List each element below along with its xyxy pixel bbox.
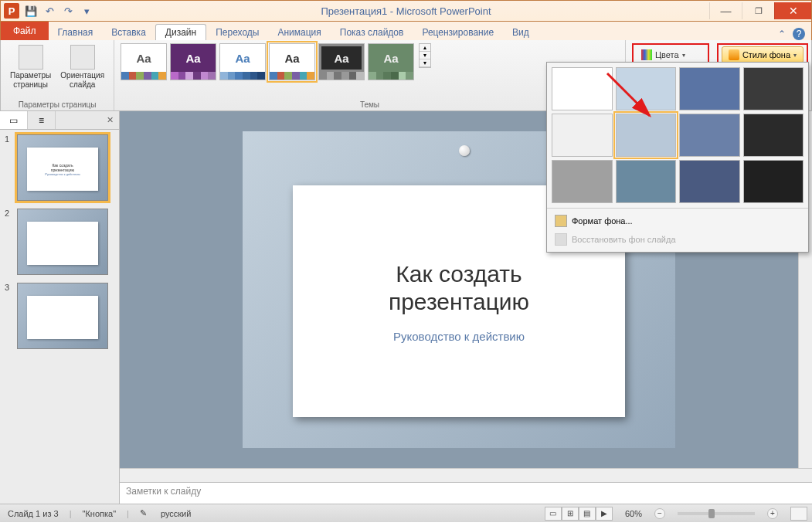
reading-view-button[interactable]: ▤ (579, 507, 596, 521)
theme-swatch[interactable]: Aa (219, 43, 266, 80)
sorter-view-button[interactable]: ⊞ (562, 507, 579, 521)
chevron-down-icon: ▾ (682, 52, 685, 59)
slideshow-view-button[interactable]: ▶ (596, 507, 613, 521)
colors-icon (641, 49, 652, 60)
notes-area[interactable]: Заметки к слайду (120, 482, 812, 504)
orientation-icon (70, 45, 95, 70)
thumb-number: 3 (5, 283, 14, 292)
format-bg-icon (555, 215, 567, 227)
zoom-in-button[interactable]: + (767, 508, 778, 519)
statusbar: Слайд 1 из 3 | "Кнопка" | ✎ русский ▭ ⊞ … (0, 504, 812, 522)
orientation-label: Ориентация слайда (60, 71, 104, 90)
tab-animation[interactable]: Анимация (268, 25, 330, 40)
collapse-ribbon-button[interactable]: ⌃ (776, 28, 788, 40)
outline-tab[interactable]: ≡ (28, 111, 56, 129)
zoom-thumb[interactable] (708, 509, 715, 518)
normal-view-button[interactable]: ▭ (545, 507, 562, 521)
format-bg-button[interactable]: Формат фона... (547, 212, 808, 230)
slide-panel: ▭ ≡ ✕ 1Как создатьпрезентациюРуководство… (0, 111, 120, 504)
pushpin-icon (459, 145, 470, 156)
theme-swatch[interactable]: Aa (318, 43, 365, 80)
tab-review[interactable]: Рецензирование (413, 25, 503, 40)
thumb-number: 1 (5, 134, 14, 144)
colors-label: Цвета (655, 50, 679, 59)
theme-swatch[interactable]: Aa (368, 43, 414, 80)
bg-swatch[interactable] (679, 114, 740, 157)
slide-subtitle[interactable]: Руководство к действию (393, 330, 525, 343)
theme-swatch[interactable]: Aa (269, 43, 315, 80)
bg-swatch[interactable] (616, 160, 677, 203)
view-buttons: ▭ ⊞ ▤ ▶ (545, 507, 613, 521)
slide-title[interactable]: Как создатьпрезентацию (389, 260, 529, 316)
ribbon-help: ⌃ ? (776, 28, 811, 40)
restore-bg-button: Восстановить фон слайда (547, 230, 808, 249)
save-button[interactable]: 💾 (22, 2, 39, 19)
tab-home[interactable]: Главная (49, 25, 103, 40)
bg-swatch[interactable] (743, 114, 804, 157)
bg-swatch[interactable] (552, 160, 613, 203)
theme-name: "Кнопка" (80, 509, 120, 518)
restore-bg-icon (555, 233, 567, 246)
thumbnail-list: 1Как создатьпрезентациюРуководство к дей… (0, 130, 119, 504)
theme-swatch[interactable]: Aa (121, 43, 167, 80)
format-bg-label: Формат фона... (572, 216, 633, 226)
close-button[interactable]: ✕ (774, 2, 811, 19)
bg-styles-icon (729, 49, 739, 60)
bg-swatch[interactable] (616, 114, 677, 157)
bg-swatch-grid (547, 63, 808, 208)
maximize-button[interactable]: ❐ (742, 2, 774, 19)
bg-swatch[interactable] (743, 160, 804, 203)
tab-insert[interactable]: Вставка (102, 25, 155, 40)
quick-access-toolbar: 💾 ↶ ↷ ▾ (22, 2, 95, 19)
slides-tab[interactable]: ▭ (0, 111, 28, 129)
redo-button[interactable]: ↷ (59, 2, 76, 19)
thumb-number: 2 (5, 209, 14, 218)
slide-thumbnail[interactable] (17, 283, 108, 349)
slide-thumbnail[interactable] (17, 209, 108, 275)
group-label-themes: Темы (121, 99, 619, 109)
undo-button[interactable]: ↶ (41, 2, 58, 19)
group-page-params: Параметры страницы Ориентация слайда Пар… (1, 40, 114, 110)
horizontal-scrollbar[interactable] (120, 468, 812, 482)
app-icon: P (4, 3, 19, 19)
fit-to-window-button[interactable] (790, 507, 807, 521)
restore-bg-label: Восстановить фон слайда (572, 235, 676, 244)
bg-styles-label: Стили фона (742, 50, 790, 59)
bg-swatch[interactable] (552, 114, 613, 157)
slide-thumbnail[interactable]: Как создатьпрезентациюРуководство к дейс… (17, 134, 108, 201)
orientation-button[interactable]: Ориентация слайда (57, 43, 107, 91)
file-tab[interactable]: Файл (1, 22, 49, 40)
theme-swatch[interactable]: Aa (170, 43, 216, 80)
bg-styles-button[interactable]: Стили фона ▾ (722, 46, 804, 63)
help-button[interactable]: ? (793, 28, 805, 40)
window-title: Презентация1 - Microsoft PowerPoint (1, 5, 811, 17)
tab-transitions[interactable]: Переходы (206, 25, 268, 40)
tab-slideshow[interactable]: Показ слайдов (331, 25, 413, 40)
window-controls: — ❐ ✕ (709, 2, 811, 19)
bg-swatch[interactable] (679, 160, 740, 203)
bg-swatch[interactable] (616, 67, 677, 110)
spellcheck-icon[interactable]: ✎ (137, 508, 150, 518)
minimize-button[interactable]: — (709, 2, 742, 19)
bg-swatch[interactable] (743, 67, 804, 110)
bg-swatch[interactable] (552, 67, 613, 110)
zoom-slider[interactable] (678, 512, 755, 515)
theme-scroll[interactable]: ▴▾▾ (419, 43, 431, 68)
ribbon-tabs: Файл Главная Вставка Дизайн Переходы Ани… (0, 22, 812, 40)
chevron-down-icon: ▾ (793, 52, 797, 59)
zoom-percent[interactable]: 60% (620, 509, 647, 518)
colors-button[interactable]: Цвета ▾ (638, 48, 703, 62)
group-label-page: Параметры страницы (7, 99, 107, 109)
bg-swatch[interactable] (679, 67, 740, 110)
panel-close-button[interactable]: ✕ (100, 111, 119, 129)
slide-counter: Слайд 1 из 3 (5, 509, 62, 518)
language-indicator[interactable]: русский (158, 509, 194, 518)
panel-tabs: ▭ ≡ ✕ (0, 111, 119, 130)
titlebar: P 💾 ↶ ↷ ▾ Презентация1 - Microsoft Power… (0, 0, 812, 22)
qat-more-button[interactable]: ▾ (78, 2, 95, 19)
tab-view[interactable]: Вид (503, 25, 539, 40)
page-setup-button[interactable]: Параметры страницы (7, 43, 54, 91)
zoom-out-button[interactable]: − (654, 508, 665, 519)
page-setup-label: Параметры страницы (10, 71, 51, 90)
tab-design[interactable]: Дизайн (155, 24, 206, 40)
